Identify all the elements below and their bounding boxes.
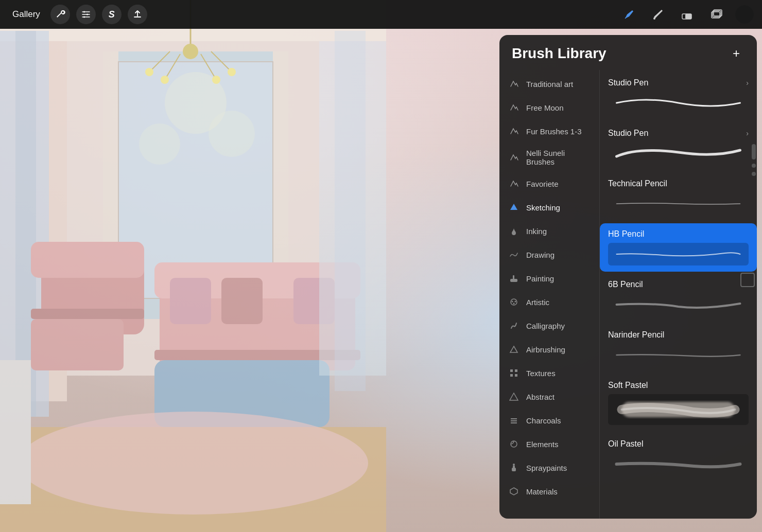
svg-rect-58 <box>510 369 513 372</box>
svg-rect-25 <box>31 319 124 370</box>
category-label-painting: Painting <box>526 274 554 283</box>
chevron-icon-2: › <box>746 129 749 137</box>
brush-item-oil-pastel[interactable]: Oil Pastel <box>600 433 757 482</box>
category-label-elements: Elements <box>526 440 559 449</box>
category-item-inking[interactable]: Inking <box>499 219 599 243</box>
category-item-calligraphy[interactable]: Calligraphy <box>499 314 599 338</box>
svg-point-13 <box>183 44 198 59</box>
brush-stroke-preview-5 <box>608 293 749 316</box>
pen-tool-button[interactable] <box>620 5 638 24</box>
brush-item-technical-pencil[interactable]: Technical Pencil <box>600 173 757 221</box>
category-item-favoriete[interactable]: Favoriete <box>499 172 599 196</box>
user-avatar[interactable] <box>735 5 754 24</box>
airbrushing-icon <box>508 343 520 356</box>
svg-rect-52 <box>513 275 514 280</box>
svg-marker-50 <box>510 204 517 210</box>
adjust-button[interactable] <box>76 5 96 24</box>
category-item-traditional-art[interactable]: Traditional art <box>499 72 599 96</box>
svg-rect-24 <box>31 309 144 319</box>
scroll-indicator <box>752 144 756 176</box>
gallery-button[interactable]: Gallery <box>8 7 44 22</box>
svg-rect-23 <box>31 242 144 278</box>
brush-item-soft-pastel[interactable]: Soft Pastel <box>600 375 757 431</box>
brush-item-6b-pencil[interactable]: 6B Pencil <box>600 274 757 322</box>
category-item-free-moon[interactable]: Free Moon <box>499 96 599 119</box>
square-tool-button[interactable] <box>740 273 755 287</box>
wrench-button[interactable] <box>50 5 70 24</box>
svg-point-20 <box>161 76 169 84</box>
category-label-textures: Textures <box>526 369 556 378</box>
category-label-calligraphy: Calligraphy <box>526 322 565 330</box>
brush-stroke-preview-6 <box>608 344 749 366</box>
category-label-charcoals: Charcoals <box>526 416 561 425</box>
category-item-drawing[interactable]: Drawing <box>499 243 599 267</box>
category-item-spraypaints[interactable]: Spraypaints <box>499 456 599 480</box>
category-item-textures[interactable]: Textures <box>499 361 599 385</box>
svg-marker-70 <box>510 488 517 495</box>
svg-point-55 <box>515 301 516 303</box>
brush-label-hb-pencil: HB Pencil <box>608 229 644 239</box>
svg-marker-57 <box>510 346 517 352</box>
brush-item-studio-pen-2[interactable]: Studio Pen › <box>600 122 757 171</box>
category-item-airbrushing[interactable]: Airbrushing <box>499 338 599 361</box>
svg-point-42 <box>86 14 88 15</box>
chevron-icon-1: › <box>746 79 749 87</box>
favoriete-icon <box>508 178 520 190</box>
fur-brushes-icon <box>508 125 520 137</box>
category-label-nelli-suneli: Nelli Suneli Brushes <box>526 149 591 166</box>
svg-marker-62 <box>510 393 518 400</box>
toolbar-right <box>620 5 754 24</box>
brush-stroke-preview-2 <box>608 142 749 165</box>
category-item-elements[interactable]: Elements <box>499 432 599 456</box>
sketching-icon <box>508 201 520 214</box>
textures-icon <box>508 367 520 379</box>
category-item-charcoals[interactable]: Charcoals <box>499 409 599 432</box>
brush-label-studio-pen-1: Studio Pen <box>608 78 648 87</box>
svg-point-10 <box>139 123 180 165</box>
svg-rect-39 <box>335 31 366 391</box>
svg-point-43 <box>83 16 85 18</box>
brush-item-narinder-pencil[interactable]: Narinder Pencil <box>600 324 757 373</box>
scroll-track <box>752 144 756 159</box>
brush-item-studio-pen-1[interactable]: Studio Pen › <box>600 72 757 120</box>
eraser-tool-button[interactable] <box>678 5 696 24</box>
svg-rect-63 <box>511 418 517 419</box>
panel-body: Traditional art Free Moon Fur Brushes 1-… <box>499 70 757 519</box>
brush-stroke-preview-1 <box>608 92 749 114</box>
brush-label-narinder-pencil: Narinder Pencil <box>608 330 664 340</box>
svg-point-44 <box>653 17 655 20</box>
svg-point-11 <box>209 111 255 157</box>
category-label-artistic: Artistic <box>526 298 549 307</box>
s-button[interactable]: S <box>102 5 122 24</box>
export-button[interactable] <box>128 5 147 24</box>
layers-tool-button[interactable] <box>706 5 725 24</box>
svg-rect-68 <box>513 466 515 468</box>
panel-title: Brush Library <box>512 45 607 62</box>
category-item-abstract[interactable]: Abstract <box>499 385 599 409</box>
svg-point-21 <box>212 76 220 84</box>
svg-rect-29 <box>170 278 211 324</box>
category-label-airbrushing: Airbrushing <box>526 345 565 354</box>
brush-library-panel: Brush Library + Traditional art Free Moo… <box>499 35 757 519</box>
svg-rect-60 <box>510 374 513 377</box>
svg-point-19 <box>228 68 236 76</box>
toolbar: Gallery S <box>0 0 762 29</box>
category-item-artistic[interactable]: Artistic <box>499 290 599 314</box>
inking-icon <box>508 225 520 237</box>
category-label-inking: Inking <box>526 227 547 236</box>
add-brush-button[interactable]: + <box>728 45 744 62</box>
svg-point-18 <box>145 68 153 76</box>
brush-stroke-preview-4 <box>608 243 749 265</box>
brush-item-hb-pencil[interactable]: HB Pencil <box>600 223 757 272</box>
category-item-fur-brushes[interactable]: Fur Brushes 1-3 <box>499 119 599 143</box>
category-item-sketching[interactable]: Sketching <box>499 196 599 219</box>
svg-rect-46 <box>685 14 691 19</box>
category-item-materials[interactable]: Materials <box>499 480 599 503</box>
spraypaints-icon <box>508 462 520 474</box>
svg-rect-64 <box>511 420 517 421</box>
category-item-nelli-suneli[interactable]: Nelli Suneli Brushes <box>499 143 599 172</box>
category-label-abstract: Abstract <box>526 393 555 401</box>
brush-tool-button[interactable] <box>649 5 667 24</box>
svg-point-37 <box>18 412 368 515</box>
category-item-painting[interactable]: Painting <box>499 267 599 290</box>
